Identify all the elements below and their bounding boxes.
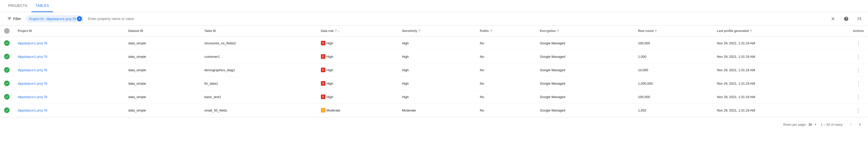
chevron-right-icon <box>857 122 862 127</box>
row-actions-button[interactable]: ⋮ <box>854 93 863 101</box>
columns-button[interactable] <box>855 14 864 23</box>
risk-level-icon: !! <box>321 68 326 72</box>
cell-dataset-id: data_simple <box>124 63 200 77</box>
risk-level-icon: !! <box>321 41 326 45</box>
cell-row-count: 1,000 <box>634 50 713 63</box>
cell-row-count: 100,000 <box>634 90 713 104</box>
row-status <box>0 104 14 117</box>
row-status <box>0 36 14 50</box>
col-header-dataset-id[interactable]: Dataset ID <box>124 26 200 36</box>
cell-row-count: 10,000 <box>634 63 713 77</box>
row-actions-button[interactable]: ⋮ <box>854 66 863 74</box>
filter-chip-close-btn[interactable]: × <box>77 16 82 21</box>
last-profile-help-icon[interactable]: ? <box>750 29 752 33</box>
cell-table-id: basic_test1 <box>200 90 317 104</box>
cell-data-risk: ! Moderate <box>317 104 398 117</box>
cell-last-profile: Nov 29, 2021, 1:31:19 AM <box>713 77 849 90</box>
status-icon <box>4 54 10 59</box>
col-header-last-profile[interactable]: Last profile generated ? <box>713 26 849 36</box>
cell-last-profile: Nov 29, 2021, 1:31:19 AM <box>713 36 849 50</box>
col-header-actions: Actions <box>849 26 868 36</box>
cell-encryption: Google Managed <box>536 104 634 117</box>
chevron-left-icon <box>848 122 853 127</box>
cell-table-id: demographics_diag1 <box>200 63 317 77</box>
col-header-encryption[interactable]: Encryption ? <box>536 26 634 36</box>
columns-icon <box>857 16 862 21</box>
cell-sensitivity: High <box>398 50 476 63</box>
table-row: dlppsbqrun1-proj-78 data_simple customer… <box>0 50 868 63</box>
cell-public: No <box>476 77 536 90</box>
risk-label: High <box>327 68 333 72</box>
row-status <box>0 90 14 104</box>
col-header-sensitivity[interactable]: Sensitivity ? <box>398 26 476 36</box>
sensitivity-help-icon[interactable]: ? <box>418 29 421 33</box>
cell-dataset-id: data_simple <box>124 50 200 63</box>
cell-row-count: 1,000,000 <box>634 77 713 90</box>
row-actions-button[interactable]: ⋮ <box>854 106 863 114</box>
tab-projects[interactable]: PROJECTS <box>4 0 31 12</box>
risk-label: High <box>327 82 333 85</box>
cell-encryption: Google Managed <box>536 63 634 77</box>
cell-sensitivity: High <box>398 90 476 104</box>
rows-per-page-select[interactable]: 10 20 30 50 <box>808 123 817 126</box>
cell-encryption: Google Managed <box>536 36 634 50</box>
row-status <box>0 63 14 77</box>
status-icon <box>4 94 10 100</box>
risk-label: High <box>327 41 333 45</box>
filter-input[interactable] <box>86 16 827 22</box>
cell-row-count: 1,002 <box>634 104 713 117</box>
table-row: dlppsbqrun1-proj-78 data_simple basic_te… <box>0 90 868 104</box>
cell-table-id: customer1 <box>200 50 317 63</box>
cell-last-profile: Nov 29, 2021, 1:31:19 AM <box>713 63 849 77</box>
public-help-icon[interactable]: ? <box>490 29 492 33</box>
col-header-row-count[interactable]: Row count ? <box>634 26 713 36</box>
cell-encryption: Google Managed <box>536 50 634 63</box>
filter-icon <box>7 16 12 21</box>
row-status <box>0 50 14 63</box>
cell-sensitivity: Moderate <box>398 104 476 117</box>
encryption-help-icon[interactable]: ? <box>557 29 559 33</box>
prev-page-button[interactable] <box>847 120 855 128</box>
cell-sensitivity: High <box>398 77 476 90</box>
cell-dataset-id: data_simple <box>124 36 200 50</box>
filter-actions <box>829 14 864 23</box>
cell-project-id: dlppsbqrun1-proj-78 <box>14 36 124 50</box>
cell-dataset-id: data_simple <box>124 90 200 104</box>
col-header-table-id[interactable]: Table ID <box>200 26 317 36</box>
top-nav: PROJECTS TABLES <box>0 0 868 12</box>
row-count-help-icon[interactable]: ? <box>655 29 657 33</box>
risk-level-icon: !! <box>321 81 326 86</box>
cell-data-risk: !! High <box>317 90 398 104</box>
table-row: dlppsbqrun1-proj-78 data_simple fin_data… <box>0 77 868 90</box>
pagination: Rows per page: 10 20 30 50 1 – 30 of man… <box>0 117 868 132</box>
cell-last-profile: Nov 29, 2021, 1:31:19 AM <box>713 104 849 117</box>
cell-public: No <box>476 90 536 104</box>
row-actions-button[interactable]: ⋮ <box>854 52 863 61</box>
page-nav <box>847 120 864 128</box>
tab-tables[interactable]: TABLES <box>31 0 53 12</box>
col-header-data-risk[interactable]: Data risk ? ↓ <box>317 26 398 36</box>
status-icon <box>4 67 10 73</box>
col-header-project-id[interactable]: Project ID <box>14 26 124 36</box>
data-table: Project ID Dataset ID Table ID Data risk <box>0 26 868 117</box>
col-header-public[interactable]: Public ? <box>476 26 536 36</box>
close-filter-button[interactable] <box>829 14 838 23</box>
next-page-button[interactable] <box>856 120 864 128</box>
cell-public: No <box>476 63 536 77</box>
cell-project-id: dlppsbqrun1-proj-78 <box>14 77 124 90</box>
page-info: 1 – 30 of many <box>821 123 843 126</box>
cell-table-id: small_50_fields <box>200 104 317 117</box>
data-risk-help-icon[interactable]: ? <box>335 29 337 33</box>
cell-dataset-id: data_simple <box>124 77 200 90</box>
data-risk-sort-icon[interactable]: ↓ <box>338 29 340 33</box>
cell-actions: ⋮ <box>849 36 868 50</box>
cell-data-risk: !! High <box>317 63 398 77</box>
filter-button[interactable]: Filter <box>4 15 24 23</box>
table-row: dlppsbqrun1-proj-78 data_simple small_50… <box>0 104 868 117</box>
row-actions-button[interactable]: ⋮ <box>854 79 863 87</box>
status-icon <box>4 107 10 113</box>
cell-actions: ⋮ <box>849 50 868 63</box>
row-actions-button[interactable]: ⋮ <box>854 39 863 47</box>
rows-per-page-select-wrapper: 10 20 30 50 <box>808 123 817 126</box>
help-button[interactable] <box>842 14 851 23</box>
